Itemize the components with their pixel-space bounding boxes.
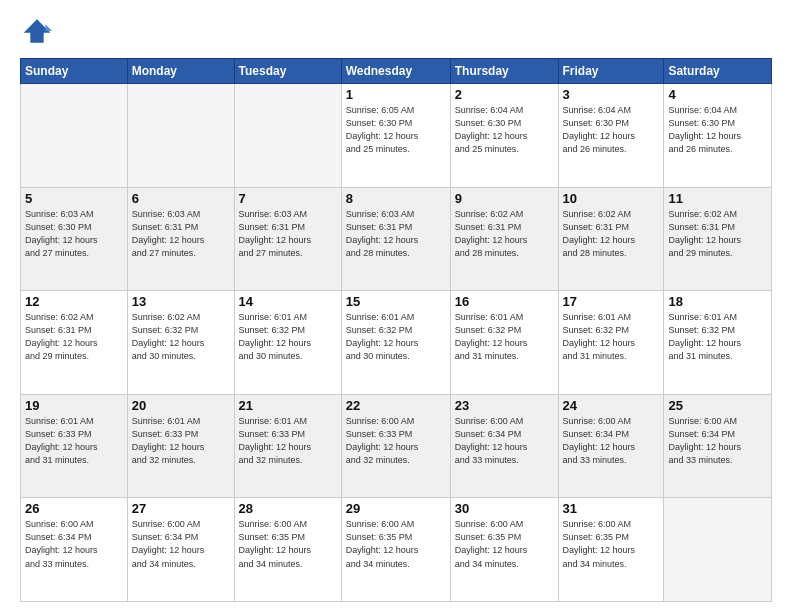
day-info: Sunrise: 6:01 AM Sunset: 6:33 PM Dayligh… [25,415,123,467]
calendar-cell: 14Sunrise: 6:01 AM Sunset: 6:32 PM Dayli… [234,291,341,395]
day-info: Sunrise: 6:02 AM Sunset: 6:31 PM Dayligh… [668,208,767,260]
calendar-cell: 20Sunrise: 6:01 AM Sunset: 6:33 PM Dayli… [127,394,234,498]
calendar-cell: 8Sunrise: 6:03 AM Sunset: 6:31 PM Daylig… [341,187,450,291]
weekday-header-wednesday: Wednesday [341,59,450,84]
day-info: Sunrise: 6:00 AM Sunset: 6:35 PM Dayligh… [455,518,554,570]
day-number: 31 [563,501,660,516]
calendar-cell [234,84,341,188]
day-info: Sunrise: 6:01 AM Sunset: 6:32 PM Dayligh… [239,311,337,363]
calendar-cell: 17Sunrise: 6:01 AM Sunset: 6:32 PM Dayli… [558,291,664,395]
day-info: Sunrise: 6:00 AM Sunset: 6:34 PM Dayligh… [455,415,554,467]
day-info: Sunrise: 6:01 AM Sunset: 6:32 PM Dayligh… [346,311,446,363]
calendar-week-row: 5Sunrise: 6:03 AM Sunset: 6:30 PM Daylig… [21,187,772,291]
calendar-cell: 6Sunrise: 6:03 AM Sunset: 6:31 PM Daylig… [127,187,234,291]
day-info: Sunrise: 6:04 AM Sunset: 6:30 PM Dayligh… [668,104,767,156]
day-info: Sunrise: 6:02 AM Sunset: 6:31 PM Dayligh… [25,311,123,363]
day-number: 18 [668,294,767,309]
calendar-cell: 10Sunrise: 6:02 AM Sunset: 6:31 PM Dayli… [558,187,664,291]
day-info: Sunrise: 6:00 AM Sunset: 6:34 PM Dayligh… [132,518,230,570]
day-info: Sunrise: 6:02 AM Sunset: 6:31 PM Dayligh… [455,208,554,260]
day-info: Sunrise: 6:01 AM Sunset: 6:33 PM Dayligh… [239,415,337,467]
day-info: Sunrise: 6:03 AM Sunset: 6:31 PM Dayligh… [346,208,446,260]
logo [20,16,52,50]
calendar-cell [127,84,234,188]
day-number: 29 [346,501,446,516]
day-info: Sunrise: 6:01 AM Sunset: 6:32 PM Dayligh… [563,311,660,363]
day-number: 26 [25,501,123,516]
calendar-cell: 25Sunrise: 6:00 AM Sunset: 6:34 PM Dayli… [664,394,772,498]
calendar-cell: 27Sunrise: 6:00 AM Sunset: 6:34 PM Dayli… [127,498,234,602]
day-info: Sunrise: 6:01 AM Sunset: 6:32 PM Dayligh… [668,311,767,363]
calendar-cell: 22Sunrise: 6:00 AM Sunset: 6:33 PM Dayli… [341,394,450,498]
day-number: 16 [455,294,554,309]
calendar-cell: 7Sunrise: 6:03 AM Sunset: 6:31 PM Daylig… [234,187,341,291]
day-number: 17 [563,294,660,309]
day-info: Sunrise: 6:00 AM Sunset: 6:35 PM Dayligh… [239,518,337,570]
calendar-cell [21,84,128,188]
calendar-cell: 29Sunrise: 6:00 AM Sunset: 6:35 PM Dayli… [341,498,450,602]
weekday-header-sunday: Sunday [21,59,128,84]
day-info: Sunrise: 6:03 AM Sunset: 6:31 PM Dayligh… [239,208,337,260]
day-number: 9 [455,191,554,206]
calendar-week-row: 1Sunrise: 6:05 AM Sunset: 6:30 PM Daylig… [21,84,772,188]
calendar-cell: 4Sunrise: 6:04 AM Sunset: 6:30 PM Daylig… [664,84,772,188]
day-info: Sunrise: 6:00 AM Sunset: 6:35 PM Dayligh… [563,518,660,570]
header [20,16,772,50]
calendar-cell: 12Sunrise: 6:02 AM Sunset: 6:31 PM Dayli… [21,291,128,395]
calendar-cell: 26Sunrise: 6:00 AM Sunset: 6:34 PM Dayli… [21,498,128,602]
day-info: Sunrise: 6:02 AM Sunset: 6:32 PM Dayligh… [132,311,230,363]
weekday-header-saturday: Saturday [664,59,772,84]
calendar-cell: 21Sunrise: 6:01 AM Sunset: 6:33 PM Dayli… [234,394,341,498]
page: SundayMondayTuesdayWednesdayThursdayFrid… [0,0,792,612]
calendar-cell: 19Sunrise: 6:01 AM Sunset: 6:33 PM Dayli… [21,394,128,498]
day-number: 20 [132,398,230,413]
day-number: 24 [563,398,660,413]
day-info: Sunrise: 6:01 AM Sunset: 6:32 PM Dayligh… [455,311,554,363]
calendar-cell: 15Sunrise: 6:01 AM Sunset: 6:32 PM Dayli… [341,291,450,395]
day-info: Sunrise: 6:02 AM Sunset: 6:31 PM Dayligh… [563,208,660,260]
calendar-cell: 23Sunrise: 6:00 AM Sunset: 6:34 PM Dayli… [450,394,558,498]
calendar-cell: 16Sunrise: 6:01 AM Sunset: 6:32 PM Dayli… [450,291,558,395]
calendar-cell [664,498,772,602]
day-number: 25 [668,398,767,413]
logo-icon [22,16,52,46]
day-info: Sunrise: 6:03 AM Sunset: 6:30 PM Dayligh… [25,208,123,260]
day-number: 12 [25,294,123,309]
day-number: 8 [346,191,446,206]
day-number: 10 [563,191,660,206]
day-info: Sunrise: 6:00 AM Sunset: 6:35 PM Dayligh… [346,518,446,570]
day-info: Sunrise: 6:00 AM Sunset: 6:34 PM Dayligh… [668,415,767,467]
weekday-header-thursday: Thursday [450,59,558,84]
day-number: 21 [239,398,337,413]
calendar-cell: 28Sunrise: 6:00 AM Sunset: 6:35 PM Dayli… [234,498,341,602]
weekday-header-monday: Monday [127,59,234,84]
day-info: Sunrise: 6:04 AM Sunset: 6:30 PM Dayligh… [455,104,554,156]
calendar-cell: 11Sunrise: 6:02 AM Sunset: 6:31 PM Dayli… [664,187,772,291]
calendar-cell: 18Sunrise: 6:01 AM Sunset: 6:32 PM Dayli… [664,291,772,395]
day-number: 23 [455,398,554,413]
calendar-cell: 30Sunrise: 6:00 AM Sunset: 6:35 PM Dayli… [450,498,558,602]
day-number: 2 [455,87,554,102]
day-number: 7 [239,191,337,206]
day-number: 1 [346,87,446,102]
day-number: 28 [239,501,337,516]
calendar-week-row: 26Sunrise: 6:00 AM Sunset: 6:34 PM Dayli… [21,498,772,602]
day-info: Sunrise: 6:05 AM Sunset: 6:30 PM Dayligh… [346,104,446,156]
calendar-cell: 5Sunrise: 6:03 AM Sunset: 6:30 PM Daylig… [21,187,128,291]
day-info: Sunrise: 6:00 AM Sunset: 6:33 PM Dayligh… [346,415,446,467]
calendar-table: SundayMondayTuesdayWednesdayThursdayFrid… [20,58,772,602]
calendar-cell: 9Sunrise: 6:02 AM Sunset: 6:31 PM Daylig… [450,187,558,291]
calendar-week-row: 12Sunrise: 6:02 AM Sunset: 6:31 PM Dayli… [21,291,772,395]
day-number: 27 [132,501,230,516]
day-number: 5 [25,191,123,206]
weekday-header-row: SundayMondayTuesdayWednesdayThursdayFrid… [21,59,772,84]
day-number: 13 [132,294,230,309]
day-number: 6 [132,191,230,206]
day-number: 30 [455,501,554,516]
calendar-cell: 2Sunrise: 6:04 AM Sunset: 6:30 PM Daylig… [450,84,558,188]
weekday-header-friday: Friday [558,59,664,84]
day-info: Sunrise: 6:00 AM Sunset: 6:34 PM Dayligh… [563,415,660,467]
day-info: Sunrise: 6:01 AM Sunset: 6:33 PM Dayligh… [132,415,230,467]
weekday-header-tuesday: Tuesday [234,59,341,84]
calendar-cell: 31Sunrise: 6:00 AM Sunset: 6:35 PM Dayli… [558,498,664,602]
